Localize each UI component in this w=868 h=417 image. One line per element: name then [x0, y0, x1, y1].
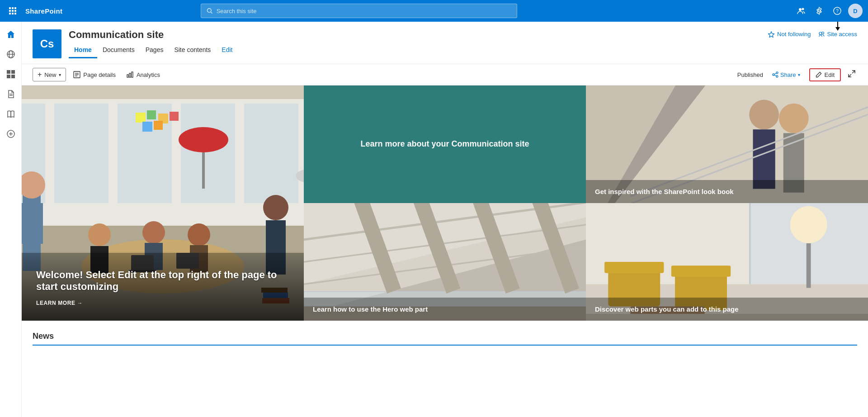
not-following-label: Not following [777, 31, 811, 38]
site-identity: Cs Communication site Home Documents Pag… [33, 29, 238, 58]
svg-rect-20 [11, 70, 15, 74]
svg-rect-8 [14, 13, 16, 14]
svg-rect-117 [807, 243, 811, 288]
svg-rect-59 [142, 122, 152, 132]
svg-rect-55 [136, 113, 146, 123]
page-details-button[interactable]: Page details [70, 68, 119, 81]
waffle-menu-button[interactable] [5, 4, 20, 18]
hero-bottom-left-title: Learn how to use the Hero web part [313, 305, 577, 314]
nav-site-contents[interactable]: Site contents [169, 43, 216, 58]
svg-point-9 [208, 9, 212, 13]
svg-point-87 [749, 100, 779, 129]
user-avatar-button[interactable]: D [848, 4, 863, 18]
toolbar: + New ▾ Page details Analytics [22, 64, 868, 85]
hero-bottom-right-panel[interactable]: Discover web parts you can add to this p… [586, 203, 868, 321]
hero-section: Welcome! Select Edit at the top right of… [22, 85, 868, 321]
svg-point-70 [263, 195, 288, 220]
hero-top-right-panel[interactable]: Get inspired with the SharePoint look bo… [586, 85, 868, 203]
svg-rect-110 [749, 203, 750, 284]
help-icon-button[interactable]: ? [830, 4, 844, 18]
left-sidebar [0, 22, 22, 417]
svg-line-41 [774, 73, 776, 74]
svg-marker-28 [769, 32, 774, 38]
new-label: New [44, 71, 56, 78]
search-bar[interactable] [201, 4, 517, 18]
svg-rect-4 [12, 10, 14, 12]
svg-point-13 [818, 10, 821, 12]
svg-rect-114 [671, 265, 731, 277]
hero-bottom-left-panel[interactable]: Learn how to use the Hero web part [304, 203, 586, 321]
hero-main-panel[interactable]: Welcome! Select Edit at the top right of… [22, 85, 304, 321]
svg-rect-37 [132, 72, 133, 77]
nav-edit[interactable]: Edit [216, 43, 238, 58]
site-header-actions: Not following Site access [768, 29, 857, 38]
svg-point-66 [142, 221, 165, 244]
analytics-button[interactable]: Analytics [123, 68, 164, 81]
svg-point-68 [188, 223, 210, 246]
site-access-button[interactable]: Site access [818, 31, 857, 38]
svg-rect-60 [154, 121, 163, 130]
svg-rect-113 [604, 262, 664, 273]
sidebar-item-document[interactable] [2, 85, 20, 103]
svg-point-72 [179, 127, 228, 152]
svg-point-11 [799, 8, 802, 11]
svg-line-44 [849, 74, 851, 77]
hero-main-title: Welcome! Select Edit at the top right of… [36, 269, 289, 293]
settings-icon-button[interactable] [812, 4, 826, 18]
top-nav-right: ? D [794, 4, 863, 18]
not-following-button[interactable]: Not following [768, 31, 811, 38]
svg-rect-73 [202, 152, 205, 189]
expand-button[interactable] [846, 68, 857, 81]
nav-pages[interactable]: Pages [140, 43, 169, 58]
svg-rect-19 [7, 70, 10, 74]
svg-line-10 [211, 12, 212, 13]
svg-point-38 [776, 72, 778, 74]
hero-top-right-overlay: Get inspired with the SharePoint look bo… [586, 180, 868, 204]
svg-rect-5 [14, 10, 16, 12]
svg-rect-51 [244, 104, 298, 203]
svg-point-64 [88, 223, 111, 246]
toolbar-right: Published Share ▾ Edit [737, 68, 857, 81]
site-title: Communication site [69, 29, 238, 41]
svg-rect-58 [170, 112, 179, 121]
nav-home[interactable]: Home [69, 43, 97, 58]
hero-teal-panel[interactable]: Learn more about your Communication site [304, 85, 586, 203]
people-icon-button[interactable] [794, 4, 808, 18]
site-header-top: Cs Communication site Home Documents Pag… [33, 29, 857, 58]
svg-rect-21 [7, 75, 10, 78]
sidebar-item-book[interactable] [2, 105, 20, 123]
svg-line-43 [852, 71, 855, 73]
svg-rect-3 [9, 10, 11, 12]
news-section-title: News [33, 332, 857, 346]
sidebar-item-grid[interactable] [2, 65, 20, 83]
sidebar-item-add[interactable] [2, 125, 20, 143]
svg-rect-2 [14, 7, 16, 9]
share-button[interactable]: Share ▾ [769, 69, 804, 81]
hero-main-overlay: Welcome! Select Edit at the top right of… [22, 251, 304, 321]
site-nav: Home Documents Pages Site contents Edit [69, 43, 238, 58]
svg-point-39 [776, 76, 778, 77]
svg-rect-50 [181, 104, 235, 203]
published-status: Published [737, 71, 763, 78]
sidebar-item-globe[interactable] [2, 45, 20, 63]
search-input[interactable] [217, 8, 511, 14]
svg-rect-7 [12, 13, 14, 14]
svg-rect-35 [127, 75, 128, 77]
hero-learn-more-link[interactable]: LEARN MORE → [36, 300, 289, 306]
site-logo: Cs [33, 29, 61, 58]
new-chevron-icon: ▾ [59, 72, 61, 77]
below-hero-section: News [22, 321, 868, 364]
site-header: Cs Communication site Home Documents Pag… [22, 22, 868, 64]
sidebar-item-home[interactable] [2, 25, 20, 43]
page-details-label: Page details [83, 71, 116, 78]
main-content: Cs Communication site Home Documents Pag… [22, 22, 868, 417]
svg-rect-48 [54, 104, 108, 203]
new-button[interactable]: + New ▾ [33, 68, 66, 81]
edit-page-button[interactable]: Edit [809, 68, 841, 81]
edit-label: Edit [825, 71, 835, 78]
svg-rect-36 [129, 73, 131, 77]
svg-point-116 [790, 206, 827, 243]
nav-documents[interactable]: Documents [97, 43, 140, 58]
svg-rect-22 [11, 75, 15, 78]
toolbar-left: + New ▾ Page details Analytics [33, 68, 164, 81]
